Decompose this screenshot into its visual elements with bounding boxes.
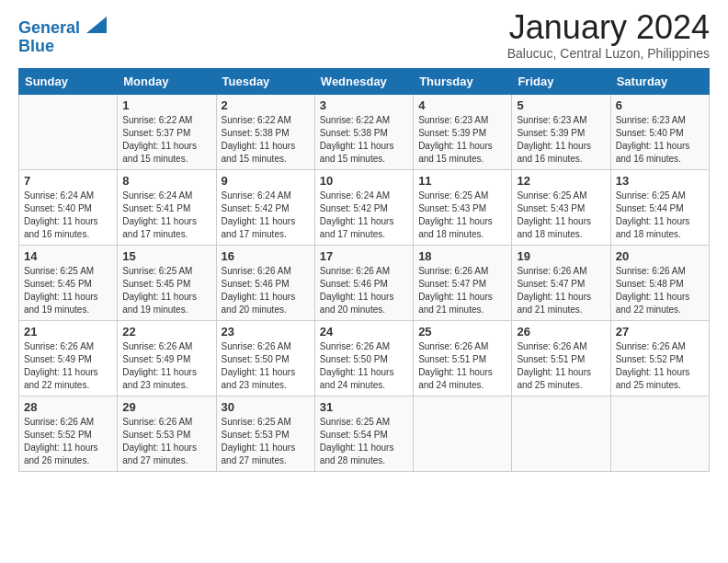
page-header: General Blue January 2024 Balucuc, Centr… [18, 9, 710, 61]
day-number: 16 [222, 249, 310, 263]
day-number: 14 [24, 249, 112, 263]
day-number: 22 [122, 325, 210, 339]
day-info: Sunrise: 6:26 AMSunset: 5:47 PMDaylight:… [517, 265, 605, 316]
day-info: Sunrise: 6:23 AMSunset: 5:39 PMDaylight:… [418, 114, 506, 166]
day-info: Sunrise: 6:22 AMSunset: 5:38 PMDaylight:… [222, 114, 310, 166]
logo-general: General [18, 18, 80, 37]
calendar-cell: 8Sunrise: 6:24 AMSunset: 5:41 PMDaylight… [118, 169, 216, 245]
weekday-header-tuesday: Tuesday [216, 68, 314, 94]
day-info: Sunrise: 6:24 AMSunset: 5:42 PMDaylight:… [222, 190, 310, 241]
day-number: 4 [418, 98, 506, 112]
weekday-header-thursday: Thursday [414, 68, 512, 94]
day-number: 3 [320, 98, 408, 112]
day-info: Sunrise: 6:22 AMSunset: 5:37 PMDaylight:… [122, 114, 210, 166]
calendar-cell: 11Sunrise: 6:25 AMSunset: 5:43 PMDayligh… [414, 169, 512, 245]
calendar-cell: 26Sunrise: 6:26 AMSunset: 5:51 PMDayligh… [512, 320, 610, 396]
calendar-cell: 2Sunrise: 6:22 AMSunset: 5:38 PMDaylight… [216, 94, 314, 169]
day-info: Sunrise: 6:26 AMSunset: 5:46 PMDaylight:… [222, 265, 310, 316]
calendar-cell: 16Sunrise: 6:26 AMSunset: 5:46 PMDayligh… [216, 245, 314, 320]
title-area: January 2024 Balucuc, Central Luzon, Phi… [507, 9, 710, 61]
calendar-cell: 24Sunrise: 6:26 AMSunset: 5:50 PMDayligh… [314, 320, 413, 396]
month-title: January 2024 [507, 9, 710, 46]
day-number: 26 [517, 325, 605, 339]
day-number: 5 [517, 98, 605, 112]
day-info: Sunrise: 6:26 AMSunset: 5:50 PMDaylight:… [320, 340, 408, 392]
day-info: Sunrise: 6:25 AMSunset: 5:44 PMDaylight:… [616, 190, 704, 241]
day-info: Sunrise: 6:25 AMSunset: 5:43 PMDaylight:… [418, 190, 506, 241]
calendar-cell: 28Sunrise: 6:26 AMSunset: 5:52 PMDayligh… [19, 396, 118, 471]
weekday-header-monday: Monday [118, 68, 216, 94]
day-info: Sunrise: 6:26 AMSunset: 5:51 PMDaylight:… [418, 340, 506, 392]
day-number: 28 [24, 400, 112, 414]
calendar-cell [414, 396, 512, 471]
day-number: 17 [320, 249, 408, 263]
calendar-cell: 13Sunrise: 6:25 AMSunset: 5:44 PMDayligh… [610, 169, 709, 245]
calendar-cell: 15Sunrise: 6:25 AMSunset: 5:45 PMDayligh… [118, 245, 216, 320]
day-number: 12 [517, 174, 605, 188]
day-number: 1 [122, 98, 210, 112]
calendar-cell: 3Sunrise: 6:22 AMSunset: 5:38 PMDaylight… [314, 94, 413, 169]
day-info: Sunrise: 6:26 AMSunset: 5:53 PMDaylight:… [122, 416, 210, 467]
logo: General Blue [18, 17, 107, 56]
day-info: Sunrise: 6:26 AMSunset: 5:51 PMDaylight:… [517, 340, 605, 392]
day-info: Sunrise: 6:26 AMSunset: 5:47 PMDaylight:… [418, 265, 506, 316]
day-number: 24 [320, 325, 408, 339]
weekday-header-saturday: Saturday [610, 68, 709, 94]
day-number: 29 [122, 400, 210, 414]
calendar-cell: 29Sunrise: 6:26 AMSunset: 5:53 PMDayligh… [118, 396, 216, 471]
day-info: Sunrise: 6:26 AMSunset: 5:49 PMDaylight:… [122, 340, 210, 392]
day-number: 6 [616, 98, 704, 112]
calendar-cell: 7Sunrise: 6:24 AMSunset: 5:40 PMDaylight… [19, 169, 118, 245]
day-number: 30 [222, 400, 310, 414]
day-info: Sunrise: 6:26 AMSunset: 5:48 PMDaylight:… [616, 265, 704, 316]
day-number: 11 [418, 174, 506, 188]
day-number: 21 [24, 325, 112, 339]
day-info: Sunrise: 6:23 AMSunset: 5:40 PMDaylight:… [616, 114, 704, 166]
calendar-table: SundayMondayTuesdayWednesdayThursdayFrid… [18, 68, 710, 472]
week-row-2: 7Sunrise: 6:24 AMSunset: 5:40 PMDaylight… [19, 169, 710, 245]
calendar-cell: 20Sunrise: 6:26 AMSunset: 5:48 PMDayligh… [610, 245, 709, 320]
calendar-cell: 17Sunrise: 6:26 AMSunset: 5:46 PMDayligh… [314, 245, 413, 320]
day-info: Sunrise: 6:26 AMSunset: 5:46 PMDaylight:… [320, 265, 408, 316]
calendar-cell: 25Sunrise: 6:26 AMSunset: 5:51 PMDayligh… [414, 320, 512, 396]
day-info: Sunrise: 6:25 AMSunset: 5:54 PMDaylight:… [320, 416, 408, 467]
day-number: 20 [616, 249, 704, 263]
calendar-cell: 21Sunrise: 6:26 AMSunset: 5:49 PMDayligh… [19, 320, 118, 396]
calendar-cell: 18Sunrise: 6:26 AMSunset: 5:47 PMDayligh… [414, 245, 512, 320]
day-number: 23 [222, 325, 310, 339]
week-row-1: 1Sunrise: 6:22 AMSunset: 5:37 PMDaylight… [19, 94, 710, 169]
day-info: Sunrise: 6:25 AMSunset: 5:45 PMDaylight:… [24, 265, 112, 316]
calendar-cell: 22Sunrise: 6:26 AMSunset: 5:49 PMDayligh… [118, 320, 216, 396]
day-number: 25 [418, 325, 506, 339]
day-info: Sunrise: 6:26 AMSunset: 5:49 PMDaylight:… [24, 340, 112, 392]
weekday-header-row: SundayMondayTuesdayWednesdayThursdayFrid… [19, 68, 710, 94]
calendar-cell: 6Sunrise: 6:23 AMSunset: 5:40 PMDaylight… [610, 94, 709, 169]
day-info: Sunrise: 6:26 AMSunset: 5:50 PMDaylight:… [222, 340, 310, 392]
day-number: 27 [616, 325, 704, 339]
logo-blue: Blue [18, 37, 54, 55]
calendar-cell: 30Sunrise: 6:25 AMSunset: 5:53 PMDayligh… [216, 396, 314, 471]
calendar-cell: 14Sunrise: 6:25 AMSunset: 5:45 PMDayligh… [19, 245, 118, 320]
week-row-5: 28Sunrise: 6:26 AMSunset: 5:52 PMDayligh… [19, 396, 710, 471]
day-number: 31 [320, 400, 408, 414]
day-number: 9 [222, 174, 310, 188]
calendar-cell [19, 94, 118, 169]
day-info: Sunrise: 6:25 AMSunset: 5:53 PMDaylight:… [222, 416, 310, 467]
day-number: 10 [320, 174, 408, 188]
calendar-cell: 9Sunrise: 6:24 AMSunset: 5:42 PMDaylight… [216, 169, 314, 245]
day-info: Sunrise: 6:24 AMSunset: 5:41 PMDaylight:… [122, 190, 210, 241]
calendar-cell: 27Sunrise: 6:26 AMSunset: 5:52 PMDayligh… [610, 320, 709, 396]
calendar-cell: 12Sunrise: 6:25 AMSunset: 5:43 PMDayligh… [512, 169, 610, 245]
day-info: Sunrise: 6:25 AMSunset: 5:45 PMDaylight:… [122, 265, 210, 316]
calendar-cell [512, 396, 610, 471]
calendar-cell: 1Sunrise: 6:22 AMSunset: 5:37 PMDaylight… [118, 94, 216, 169]
day-number: 7 [24, 174, 112, 188]
day-info: Sunrise: 6:26 AMSunset: 5:52 PMDaylight:… [616, 340, 704, 392]
day-number: 2 [222, 98, 310, 112]
day-number: 8 [122, 174, 210, 188]
day-number: 15 [122, 249, 210, 263]
calendar-cell [610, 396, 709, 471]
day-number: 19 [517, 249, 605, 263]
svg-marker-0 [86, 17, 107, 33]
day-info: Sunrise: 6:25 AMSunset: 5:43 PMDaylight:… [517, 190, 605, 241]
